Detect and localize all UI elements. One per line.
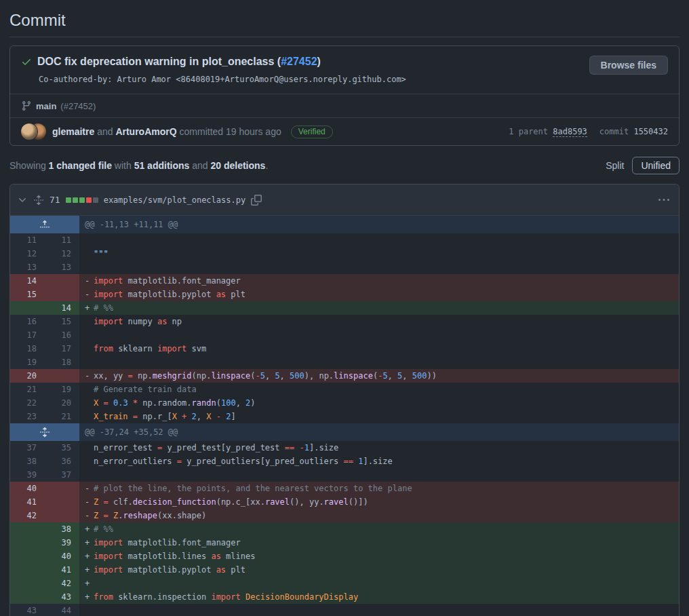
old-line-number[interactable]: 13 [10,261,45,274]
copy-icon[interactable] [251,195,262,206]
parent-label: 1 parent [509,127,553,136]
file-name[interactable]: examples/svm/plot_oneclass.py [104,195,246,205]
commit-card: DOC fix deprecation warning in plot_onec… [9,45,680,146]
old-line-number[interactable]: 43 [10,604,45,616]
code-line [79,604,679,616]
new-line-number[interactable]: 41 [45,563,79,577]
commit-label: commit [599,127,634,136]
browse-files-button[interactable]: Browse files [589,56,668,75]
new-line-number[interactable]: 20 [45,396,79,410]
diff-line: 1615 import numpy as np [10,315,679,328]
old-line-number[interactable] [10,563,45,577]
diff-line: 2220 X = 0.3 * np.random.randn(100, 2) [10,396,679,410]
new-line-number[interactable] [45,495,79,509]
new-line-number[interactable]: 18 [45,355,79,369]
old-line-number[interactable]: 41 [10,495,45,509]
parent-hash-link[interactable]: 8ad8593 [553,127,587,137]
pr-link[interactable]: #27452 [281,56,317,67]
branch-name[interactable]: main [36,101,56,111]
expand-both-button[interactable] [10,423,79,441]
old-line-number[interactable] [10,536,45,550]
diff-line: 20-xx, yy = np.meshgrid(np.linspace(-5, … [10,369,679,383]
hunk-header-text: @@ -11,13 +11,11 @@ [79,216,679,233]
new-line-number[interactable]: 38 [45,522,79,536]
new-line-number[interactable]: 17 [45,342,79,355]
new-line-number[interactable] [45,369,79,383]
old-line-number[interactable]: 18 [10,342,45,355]
code-line: -import matplotlib.pyplot as plt [79,288,679,301]
old-line-number[interactable]: 39 [10,468,45,482]
author-arturoamorq[interactable]: ArturoAmorQ [115,126,176,137]
new-line-number[interactable]: 14 [45,301,79,315]
old-line-number[interactable] [10,522,45,536]
commit-hash: 1550432 [633,127,668,136]
new-line-number[interactable]: 36 [45,455,79,468]
diff-summary-text: Showing 1 changed file with 51 additions… [9,160,268,171]
new-line-number[interactable]: 21 [45,410,79,423]
new-line-number[interactable]: 37 [45,468,79,482]
new-line-number[interactable] [45,509,79,522]
old-line-number[interactable]: 14 [10,274,45,288]
new-line-number[interactable] [45,482,79,495]
old-line-number[interactable]: 20 [10,369,45,383]
committer-row: glemaitre and ArturoAmorQ committed 19 h… [10,117,679,145]
code-line: from sklearn import svm [79,342,679,355]
new-line-number[interactable]: 12 [45,247,79,261]
diff-line: 1313 [10,261,679,274]
diff-line: 43+from sklearn.inspection import Decisi… [10,590,679,604]
old-line-number[interactable]: 37 [10,441,45,455]
parent-info: 1 parent 8ad8593 [509,127,587,136]
old-line-number[interactable]: 17 [10,328,45,342]
new-line-number[interactable]: 19 [45,383,79,396]
old-line-number[interactable]: 42 [10,509,45,522]
old-line-number[interactable] [10,590,45,604]
new-line-number[interactable] [45,274,79,288]
old-line-number[interactable]: 16 [10,315,45,328]
code-line [79,468,679,482]
expand-up-button[interactable] [10,216,79,233]
old-line-number[interactable]: 11 [10,233,45,247]
new-line-number[interactable]: 39 [45,536,79,550]
old-line-number[interactable]: 40 [10,482,45,495]
new-line-number[interactable]: 16 [45,328,79,342]
split-view-button[interactable]: Split [597,157,632,174]
new-line-number[interactable]: 11 [45,233,79,247]
diff-line: 1817 from sklearn import svm [10,342,679,355]
new-line-number[interactable]: 13 [45,261,79,274]
avatar-glemaitre[interactable] [21,123,37,140]
author-glemaitre[interactable]: glemaitre [52,126,94,137]
unfold-all-icon[interactable] [33,195,44,206]
old-line-number[interactable] [10,301,45,315]
old-line-number[interactable] [10,577,45,590]
code-line: n_error_outliers = y_pred_outliers[y_pre… [79,455,679,468]
old-line-number[interactable]: 23 [10,410,45,423]
chevron-down-icon[interactable] [17,195,28,206]
new-line-number[interactable] [45,288,79,301]
diff-stat-blocks [66,197,98,203]
new-line-number[interactable]: 44 [45,604,79,616]
kebab-menu-icon[interactable] [656,192,672,208]
new-line-number[interactable]: 43 [45,590,79,604]
old-line-number[interactable]: 38 [10,455,45,468]
new-line-number[interactable]: 15 [45,315,79,328]
new-line-number[interactable]: 42 [45,577,79,590]
new-line-number[interactable]: 40 [45,550,79,563]
unified-view-button[interactable]: Unified [632,157,680,174]
new-line-number[interactable]: 35 [45,441,79,455]
code-line: +# %% [79,301,679,315]
code-line: import numpy as np [79,315,679,328]
code-line: # Generate train data [79,383,679,396]
old-line-number[interactable]: 21 [10,383,45,396]
page-title: Commit [9,11,680,30]
hunk-header-text: @@ -37,24 +35,52 @@ [79,423,679,441]
verified-badge[interactable]: Verified [291,126,333,138]
diff-stat-block-del [86,197,92,203]
diff-line: 40-# plot the line, the points, and the … [10,482,679,495]
diff-stat-block-add [66,197,71,203]
old-line-number[interactable]: 19 [10,355,45,369]
old-line-number[interactable]: 15 [10,288,45,301]
diff-line: 41-Z = clf.decision_function(np.c_[xx.ra… [10,495,679,509]
old-line-number[interactable]: 22 [10,396,45,410]
old-line-number[interactable] [10,550,45,563]
old-line-number[interactable]: 12 [10,247,45,261]
